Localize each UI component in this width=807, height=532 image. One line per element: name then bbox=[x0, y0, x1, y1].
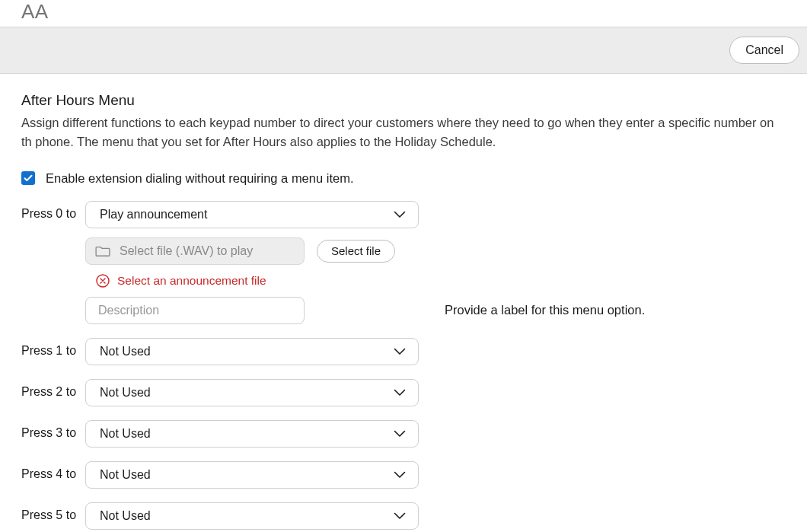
description-hint: Provide a label for this menu option. bbox=[445, 303, 645, 317]
press-4-value: Not Used bbox=[100, 468, 151, 482]
section-title: After Hours Menu bbox=[21, 92, 786, 109]
press-1-value: Not Used bbox=[100, 345, 151, 358]
press-3-label: Press 3 to bbox=[21, 420, 85, 440]
chevron-down-icon bbox=[394, 211, 406, 218]
press-3-dropdown[interactable]: Not Used bbox=[85, 420, 419, 448]
press-4-dropdown[interactable]: Not Used bbox=[85, 461, 419, 489]
section-description: Assign different functions to each keypa… bbox=[21, 113, 786, 151]
press-0-action-text: Play announcement bbox=[100, 208, 207, 221]
chevron-down-icon bbox=[394, 430, 406, 438]
press-3-value: Not Used bbox=[100, 427, 151, 441]
content-area: After Hours Menu Assign different functi… bbox=[0, 74, 807, 532]
header-bar: Cancel bbox=[0, 27, 807, 74]
chevron-down-icon bbox=[394, 512, 406, 520]
description-row: Provide a label for this menu option. bbox=[85, 297, 645, 324]
enable-extension-label: Enable extension dialing without requiri… bbox=[46, 171, 354, 186]
enable-extension-row: Enable extension dialing without requiri… bbox=[21, 171, 786, 186]
chevron-down-icon bbox=[394, 348, 406, 355]
check-icon bbox=[24, 174, 33, 183]
description-input[interactable] bbox=[85, 297, 305, 324]
press-1-dropdown[interactable]: Not Used bbox=[85, 338, 419, 365]
press-4-row: Press 4 to Not Used bbox=[21, 461, 786, 489]
press-0-action-dropdown[interactable]: Play announcement bbox=[85, 201, 419, 228]
press-5-dropdown[interactable]: Not Used bbox=[85, 502, 419, 530]
enable-extension-checkbox[interactable] bbox=[21, 171, 35, 185]
error-circle-icon bbox=[96, 274, 110, 288]
press-2-dropdown[interactable]: Not Used bbox=[85, 379, 419, 406]
folder-icon bbox=[95, 245, 110, 257]
press-1-row: Press 1 to Not Used bbox=[21, 338, 786, 365]
file-input[interactable]: Select file (.WAV) to play bbox=[85, 237, 305, 265]
press-1-label: Press 1 to bbox=[21, 338, 85, 358]
press-5-row: Press 5 to Not Used bbox=[21, 502, 786, 530]
chevron-down-icon bbox=[394, 471, 406, 479]
file-placeholder: Select file (.WAV) to play bbox=[120, 244, 253, 258]
file-error-row: Select an announcement file bbox=[85, 274, 645, 288]
press-5-value: Not Used bbox=[100, 509, 151, 523]
chevron-down-icon bbox=[394, 389, 406, 397]
press-5-label: Press 5 to bbox=[21, 502, 85, 522]
press-0-row: Press 0 to Play announcement Select file… bbox=[21, 201, 786, 324]
press-3-row: Press 3 to Not Used bbox=[21, 420, 786, 448]
press-2-label: Press 2 to bbox=[21, 379, 85, 399]
press-4-label: Press 4 to bbox=[21, 461, 85, 481]
press-2-row: Press 2 to Not Used bbox=[21, 379, 786, 406]
page-breadcrumb: AA bbox=[0, 0, 807, 27]
press-0-label: Press 0 to bbox=[21, 201, 85, 221]
file-error-text: Select an announcement file bbox=[117, 274, 266, 288]
press-2-value: Not Used bbox=[100, 386, 151, 400]
select-file-button[interactable]: Select file bbox=[317, 240, 395, 263]
file-select-row: Select file (.WAV) to play Select file bbox=[85, 237, 645, 265]
cancel-button[interactable]: Cancel bbox=[729, 37, 799, 64]
